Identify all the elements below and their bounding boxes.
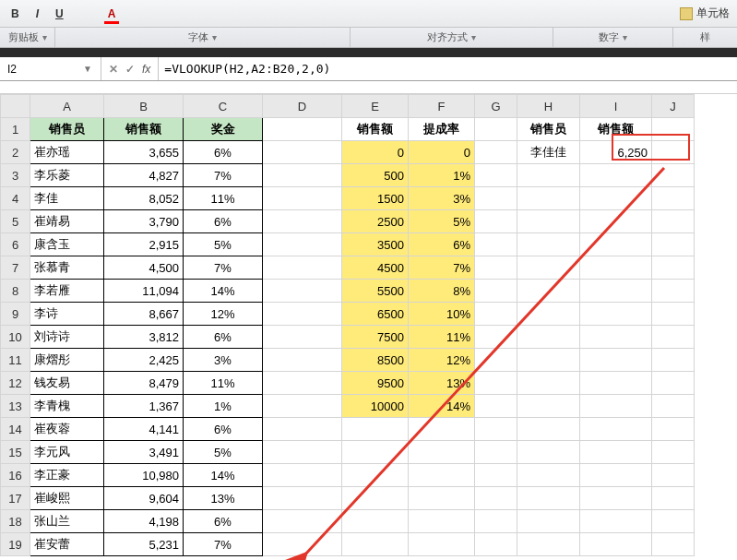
cell[interactable]: 13% [184, 487, 263, 510]
cell[interactable]: 3,655 [104, 141, 184, 164]
cell[interactable] [652, 372, 695, 395]
cell[interactable]: 14% [184, 464, 263, 487]
cell[interactable]: 10,980 [104, 464, 184, 487]
cell[interactable] [517, 256, 580, 280]
cell[interactable]: 销售额 [104, 118, 184, 141]
cell[interactable]: 6% [184, 510, 263, 533]
cell[interactable] [652, 395, 695, 418]
cell[interactable] [475, 533, 517, 556]
cell[interactable] [652, 280, 695, 303]
cell[interactable] [580, 233, 652, 256]
cell[interactable]: 李若雁 [30, 280, 104, 303]
cell[interactable] [517, 464, 580, 487]
cell[interactable] [263, 141, 342, 164]
cell[interactable]: 提成率 [409, 118, 475, 141]
cell[interactable] [580, 187, 652, 210]
col-header-A[interactable]: A [30, 95, 104, 118]
cell[interactable] [409, 441, 475, 464]
cell[interactable]: 7% [184, 256, 263, 280]
cell[interactable] [517, 349, 580, 372]
row-header[interactable]: 4 [1, 187, 30, 210]
cell[interactable] [263, 164, 342, 187]
cell[interactable]: 5500 [342, 280, 409, 303]
col-header-H[interactable]: H [517, 95, 580, 118]
row-header[interactable]: 8 [1, 280, 30, 303]
formula-cancel-icon[interactable]: ✕ [109, 63, 118, 76]
cell[interactable] [580, 395, 652, 418]
cell[interactable] [409, 464, 475, 487]
row-header[interactable]: 11 [1, 349, 30, 372]
cell[interactable] [475, 187, 517, 210]
cell[interactable]: 4,198 [104, 510, 184, 533]
cell[interactable]: 李乐菱 [30, 164, 104, 187]
cell[interactable]: 5% [184, 441, 263, 464]
cell[interactable] [263, 326, 342, 349]
cell[interactable] [580, 303, 652, 326]
col-header-D[interactable]: D [263, 95, 342, 118]
cell[interactable] [580, 256, 652, 280]
cell[interactable] [517, 418, 580, 441]
cell[interactable]: 4,827 [104, 164, 184, 187]
cell[interactable]: 康熠彤 [30, 349, 104, 372]
cell[interactable]: 李青槐 [30, 395, 104, 418]
cell[interactable] [263, 395, 342, 418]
col-header-J[interactable]: J [652, 95, 695, 118]
cell[interactable]: 张山兰 [30, 510, 104, 533]
cell[interactable]: 李佳佳 [517, 141, 580, 164]
cell[interactable] [517, 510, 580, 533]
cell[interactable]: 李正豪 [30, 464, 104, 487]
col-header-I[interactable]: I [580, 95, 652, 118]
cell[interactable]: 11% [184, 187, 263, 210]
cell[interactable]: 康含玉 [30, 233, 104, 256]
cell[interactable] [580, 372, 652, 395]
ribbon-section-clipboard[interactable]: 剪贴板▾ [0, 28, 55, 47]
cell[interactable]: 2500 [342, 210, 409, 233]
cell[interactable] [580, 418, 652, 441]
cell[interactable] [517, 210, 580, 233]
name-box[interactable]: ▼ [0, 57, 101, 80]
cell[interactable]: 12% [184, 303, 263, 326]
cell[interactable]: 李诗 [30, 303, 104, 326]
cell[interactable]: 李佳 [30, 187, 104, 210]
cell[interactable] [580, 510, 652, 533]
cell[interactable]: 0 [409, 141, 475, 164]
cell[interactable]: 4,500 [104, 256, 184, 280]
col-header-B[interactable]: B [104, 95, 184, 118]
cell[interactable] [263, 187, 342, 210]
cell[interactable] [580, 441, 652, 464]
cell[interactable] [475, 164, 517, 187]
cell[interactable]: 7500 [342, 326, 409, 349]
cell-format-label[interactable]: 单元格 [696, 6, 730, 21]
name-box-input[interactable] [6, 61, 79, 77]
cell[interactable] [263, 372, 342, 395]
underline-button[interactable]: U [52, 6, 67, 22]
cell[interactable]: 7% [184, 164, 263, 187]
select-all-corner[interactable] [1, 95, 30, 118]
cell[interactable] [263, 464, 342, 487]
cell[interactable] [263, 418, 342, 441]
ribbon-section-align[interactable]: 对齐方式▾ [351, 28, 553, 47]
col-header-F[interactable]: F [409, 95, 475, 118]
cell[interactable] [475, 210, 517, 233]
cell[interactable] [475, 510, 517, 533]
cell[interactable]: 8500 [342, 349, 409, 372]
row-header[interactable]: 16 [1, 464, 30, 487]
cell[interactable]: 11,094 [104, 280, 184, 303]
cell[interactable] [580, 349, 652, 372]
cell[interactable]: 2,915 [104, 233, 184, 256]
cell[interactable] [580, 164, 652, 187]
cell[interactable]: 6% [184, 326, 263, 349]
cell[interactable] [580, 464, 652, 487]
cell[interactable]: 奖金 [184, 118, 263, 141]
cell[interactable]: 3,790 [104, 210, 184, 233]
cell[interactable] [475, 233, 517, 256]
cell[interactable]: 6% [409, 233, 475, 256]
cell[interactable]: 8,479 [104, 372, 184, 395]
cell[interactable]: 崔安蕾 [30, 533, 104, 556]
cell[interactable] [342, 487, 409, 510]
col-header-C[interactable]: C [184, 95, 263, 118]
name-box-dropdown-icon[interactable]: ▼ [79, 64, 96, 74]
cell[interactable] [652, 141, 695, 164]
col-header-E[interactable]: E [342, 95, 409, 118]
cell[interactable]: 6% [184, 418, 263, 441]
